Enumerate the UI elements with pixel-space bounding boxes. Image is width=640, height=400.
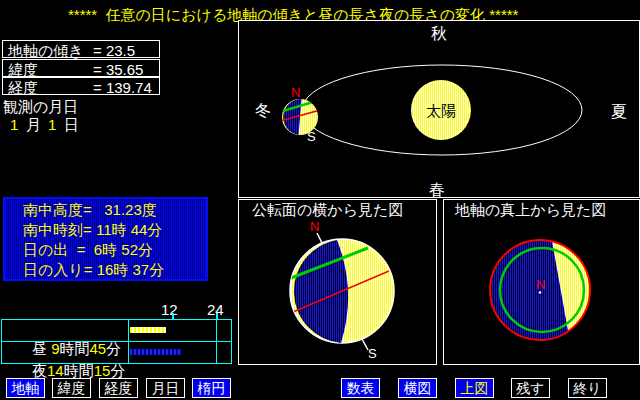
day-value: 1 <box>48 116 56 133</box>
menu-button-keep[interactable]: 残す <box>511 378 550 398</box>
side-view-panel <box>238 199 437 365</box>
season-spring-label: 春 <box>429 180 445 201</box>
noon-info-box: 南中高度= 31.23度 南中時刻= 11時 44分 日の出 = 6時 52分 … <box>3 197 208 281</box>
daynight-zero-line <box>128 320 129 363</box>
menu-button-quit[interactable]: 終り <box>568 378 607 398</box>
menu-button-table[interactable]: 数表 <box>341 378 380 398</box>
menu-button-axis[interactable]: 地軸 <box>6 378 45 398</box>
menu-button-ellipse[interactable]: 楕円 <box>192 378 231 398</box>
observation-date-heading: 観測の月日 <box>3 98 78 115</box>
menu-button-latitude[interactable]: 緯度 <box>52 378 91 398</box>
axis-tilt-box: 地軸の傾き = 23.5 <box>2 40 160 58</box>
app-screen: ***** 任意の日における地軸の傾きと昼の長さ夜の長さの変化 ***** 地軸… <box>0 0 640 400</box>
night-hours: 14 <box>47 362 64 379</box>
menu-button-date[interactable]: 月日 <box>146 378 185 398</box>
longitude-label: 経度 <box>8 79 38 96</box>
daynight-box: 昼 9時間45分 夜14時間15分 <box>1 319 232 364</box>
sunset-row: 日の入り= 16時 37分 <box>23 261 206 281</box>
axis-tilt-label: 地軸の傾き <box>8 42 84 59</box>
noon-time-row: 南中時刻= 11時 44分 <box>23 221 206 241</box>
latitude-value: = 35.65 <box>93 61 143 78</box>
sunrise-row: 日の出 = 6時 52分 <box>23 241 206 261</box>
scale-label-12: 12 <box>161 301 178 318</box>
orbit-panel <box>238 20 640 198</box>
month-value: 1 <box>10 116 18 133</box>
longitude-value: = 139.74 <box>93 79 152 96</box>
latitude-label: 緯度 <box>8 61 38 78</box>
night-minutes: 15 <box>94 362 111 379</box>
season-autumn-label: 秋 <box>431 24 447 45</box>
menu-button-side-view[interactable]: 横図 <box>398 378 437 398</box>
latitude-box: 緯度 = 35.65 <box>2 59 160 77</box>
longitude-box: 経度 = 139.74 <box>2 77 160 95</box>
night-minutes-unit: 分 <box>110 362 125 379</box>
daynight-24h-line <box>216 320 217 363</box>
month-unit: 月 <box>26 116 41 133</box>
season-winter-label: 冬 <box>255 101 271 122</box>
menu-button-top-view[interactable]: 上図 <box>455 378 494 398</box>
night-hours-unit: 時間 <box>64 362 94 379</box>
day-length-bar <box>130 327 166 333</box>
top-view-title: 地軸の真上から見た図 <box>455 201 606 220</box>
season-summer-label: 夏 <box>611 102 627 123</box>
night-label: 夜 <box>32 362 47 379</box>
observation-date: 1 月 1 日 <box>0 116 110 133</box>
axis-tilt-value: = 23.5 <box>93 42 135 59</box>
day-unit: 日 <box>64 116 79 133</box>
noon-altitude-row: 南中高度= 31.23度 <box>23 201 206 221</box>
side-view-title: 公転面の横から見た図 <box>252 201 403 220</box>
top-view-panel <box>443 199 640 365</box>
night-length-bar <box>130 349 182 355</box>
menu-button-longitude[interactable]: 経度 <box>99 378 138 398</box>
